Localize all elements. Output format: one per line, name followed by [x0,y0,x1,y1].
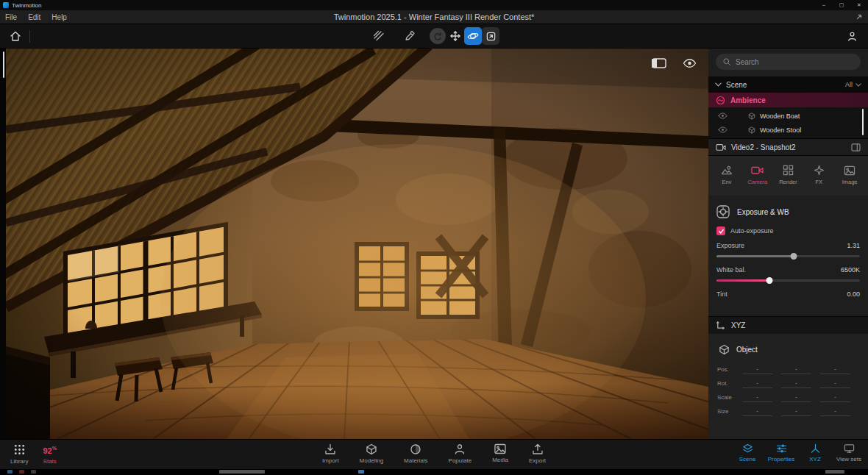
taskbar-clock[interactable] [825,470,844,474]
tint-value: 0.00 [847,290,860,298]
export-button[interactable]: Export [529,443,546,464]
properties-sliders-icon [776,443,787,454]
orbit-tool-button[interactable] [464,27,482,45]
library-grid-icon [13,443,26,456]
taskbar-app-icon[interactable] [19,470,24,474]
library-button[interactable]: Library [10,443,28,465]
import-icon [324,443,336,455]
visibility-icon[interactable] [718,113,728,119]
xyz-panel-toggle[interactable]: XYZ [799,443,831,463]
modeling-button[interactable]: Modeling [360,443,383,464]
size-y-field[interactable]: - [781,407,811,416]
size-x-field[interactable]: - [742,407,772,416]
export-icon [531,443,543,455]
home-button[interactable] [7,27,24,45]
auto-exposure-label: Auto-exposure [730,227,774,235]
tab-image[interactable]: Image [836,165,864,185]
rendered-scene[interactable] [6,49,708,439]
menu-file[interactable]: File [5,13,17,21]
scene-filter-dropdown[interactable]: All [845,81,861,88]
white-balance-slider[interactable] [716,277,860,284]
visibility-icon[interactable] [718,126,728,133]
account-icon[interactable] [843,27,861,45]
pos-y-field[interactable]: - [781,365,811,374]
right-panel: Scene All Ambience Wooden Boat [708,49,868,439]
exposure-slider[interactable] [716,253,860,260]
white-balance-value: 6500K [841,266,860,274]
expand-window-icon[interactable] [855,13,863,21]
close-button[interactable]: ✕ [850,2,868,8]
taskbar-app-icon[interactable] [7,470,13,474]
move-tool-icon[interactable] [447,27,464,45]
white-balance-label: White bal. [716,266,746,274]
taskbar-window-preview[interactable] [219,470,265,474]
tab-fx[interactable]: FX [805,165,833,185]
object-icon [748,113,755,120]
scale-z-field[interactable]: - [820,393,850,402]
scene-panel-toggle[interactable]: Scene [731,443,764,463]
stats-indicator[interactable]: 92% Stats [43,443,56,465]
os-taskbar[interactable] [0,469,868,475]
auto-exposure-checkbox[interactable] [716,226,725,235]
taskbar-app-icon[interactable] [31,470,36,474]
ambience-icon [716,96,725,105]
rot-x-field[interactable]: - [742,379,772,388]
object-section: Object Pos. - - - Rot. - - - Scale - [708,334,868,439]
rot-y-field[interactable]: - [781,379,811,388]
tint-row: Tint 0.00 [716,290,860,298]
visibility-toggle-icon[interactable] [683,59,697,68]
media-button[interactable]: Media [492,443,508,464]
properties-panel-toggle[interactable]: Properties [765,443,797,463]
viewport[interactable] [6,49,708,439]
document-title: Twinmotion 2025.1 - Winter Fantasy III R… [0,12,868,21]
materials-button[interactable]: Materials [404,443,427,464]
slider-handle[interactable] [791,253,797,260]
search-input[interactable] [736,58,854,66]
size-z-field[interactable]: - [820,407,850,416]
tab-camera[interactable]: Camera [744,165,772,185]
tree-item-wooden-stool[interactable]: Wooden Stool [708,123,868,137]
dock-panel-icon[interactable] [851,143,861,151]
property-tabs: Env Camera Render FX Image [708,156,868,196]
fx-sparkle-icon [814,165,825,176]
exposure-label: Exposure [716,242,744,249]
walk-mode-button[interactable] [482,27,499,45]
split-view-icon[interactable] [652,58,666,68]
menu-edit[interactable]: Edit [28,13,40,21]
xyz-axis-icon [716,321,725,330]
exposure-section: Exposure & WB Auto-exposure Exposure 1.3… [708,196,868,316]
sketch-style-icon[interactable] [370,27,388,45]
scene-header[interactable]: Scene All [708,76,868,93]
object-row-scale: Scale - - - [717,390,859,404]
populate-button[interactable]: Populate [449,443,472,464]
menu-help[interactable]: Help [51,13,67,21]
view-sets-button[interactable]: View sets [833,443,865,463]
undo-button[interactable] [429,27,447,45]
snapshot-bar[interactable]: Video2 - Snapshot2 [708,138,868,156]
pos-z-field[interactable]: - [820,365,850,374]
scene-tree: Wooden Boat Wooden Stool [708,107,868,138]
tab-render[interactable]: Render [774,165,802,185]
rot-z-field[interactable]: - [820,379,850,388]
pos-x-field[interactable]: - [742,365,772,374]
taskbar-app-icon[interactable] [358,470,364,474]
eyedropper-icon[interactable] [401,27,419,45]
search-icon [722,57,731,66]
object-row-rot: Rot. - - - [717,376,859,390]
tree-item-wooden-boat[interactable]: Wooden Boat [708,109,868,123]
scale-y-field[interactable]: - [781,393,811,402]
tab-env[interactable]: Env [713,165,741,185]
slider-handle[interactable] [766,277,773,284]
left-scrollbar[interactable] [3,51,4,78]
tree-item-ambience[interactable]: Ambience [708,93,868,107]
scale-x-field[interactable]: - [742,393,772,402]
import-button[interactable]: Import [322,443,339,464]
scene-layers-icon [742,443,753,454]
search-box[interactable] [716,54,861,70]
xyz-section-label: XYZ [731,321,745,329]
maximize-button[interactable]: ▢ [833,2,850,8]
xyz-section-header[interactable]: XYZ [708,316,868,334]
object-icon [748,126,755,134]
minimize-button[interactable]: – [815,2,833,8]
tree-scrollbar[interactable] [862,109,864,135]
